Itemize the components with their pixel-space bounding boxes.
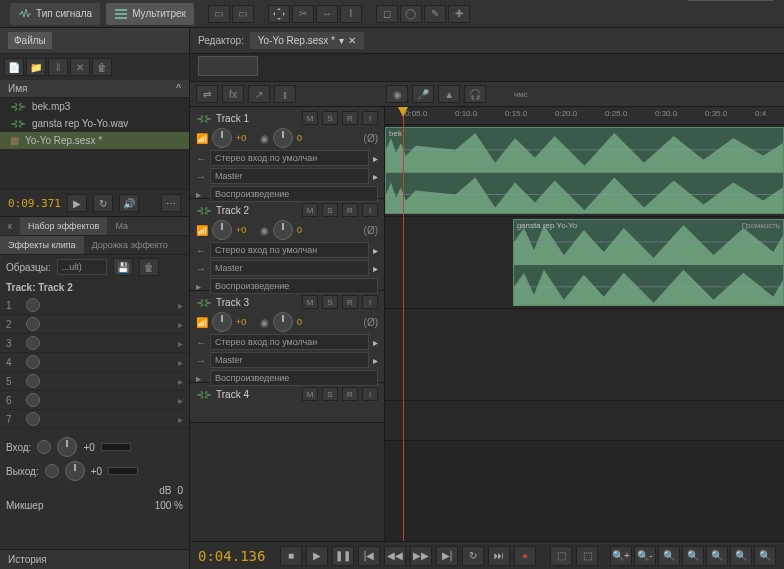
power-icon[interactable] <box>26 374 40 388</box>
output-knob[interactable] <box>65 461 85 481</box>
chevron-right-icon[interactable]: ▸ <box>373 355 378 366</box>
new-file-icon[interactable]: 📄 <box>4 58 24 76</box>
input-dropdown[interactable]: Стерео вход по умолчан <box>210 242 369 258</box>
pan-value[interactable]: 0 <box>297 225 317 235</box>
effects-tab-k[interactable]: к <box>0 217 20 235</box>
monitor-button[interactable]: I <box>362 111 378 125</box>
solo-button[interactable]: S <box>322 111 338 125</box>
track-lane[interactable]: bek <box>385 125 784 217</box>
chevron-right-icon[interactable]: ▸ <box>373 171 378 182</box>
pause-button[interactable]: ❚❚ <box>332 546 354 566</box>
shuffle-icon[interactable]: ⇄ <box>196 85 218 103</box>
zoom-reset-icon[interactable]: 🔍 <box>754 546 776 566</box>
zoom-out-icon[interactable]: 🔍- <box>634 546 656 566</box>
eq-icon[interactable]: ⫿ <box>274 85 296 103</box>
record-button[interactable]: R <box>342 203 358 217</box>
file-item[interactable]: ▦ Yo-Yo Rep.sesx * <box>0 132 189 149</box>
pan-value[interactable]: 0 <box>297 317 317 327</box>
playback-dropdown[interactable]: Воспроизведение <box>210 370 378 386</box>
ibeam-tool-icon[interactable]: I <box>340 5 362 23</box>
pan-value[interactable]: 0 <box>297 133 317 143</box>
overview-viewport[interactable] <box>198 56 258 76</box>
razor-tool-icon[interactable]: ✂ <box>292 5 314 23</box>
marquee-tool-icon[interactable]: ◻ <box>376 5 398 23</box>
audio-clip[interactable]: gansta rep Yo-Yo Громкость <box>513 219 784 306</box>
track-lane[interactable]: gansta rep Yo-Yo Громкость <box>385 217 784 309</box>
mute-button[interactable]: M <box>302 295 318 309</box>
mono-icon[interactable]: 🎤 <box>412 85 434 103</box>
track-lane[interactable] <box>385 309 784 401</box>
file-item[interactable]: ⊰⊱ gansta rep Yo-Yo.wav <box>0 115 189 132</box>
zoom-fit-icon[interactable]: 🔍 <box>658 546 680 566</box>
power-icon[interactable] <box>26 298 40 312</box>
zoom-in-icon[interactable]: 🔍+ <box>610 546 632 566</box>
volume-value[interactable]: +0 <box>236 225 256 235</box>
mute-button[interactable]: M <box>302 111 318 125</box>
close-tab-icon[interactable]: ✕ <box>348 35 356 46</box>
effect-slot[interactable]: 5▸ <box>0 372 189 391</box>
time-ruler[interactable]: 0:05.0 0:10.0 0:15.0 0:20.0 0:25.0 0:30.… <box>385 107 784 125</box>
playback-dropdown[interactable]: Воспроизведение <box>210 186 378 202</box>
track-name[interactable]: Track 2 <box>216 205 298 216</box>
tool-rect-icon[interactable]: ▭ <box>208 5 230 23</box>
preset-dropdown[interactable]: ...ult) <box>57 259 107 275</box>
output-dropdown[interactable]: Master <box>210 260 369 276</box>
effects-tab-ma[interactable]: Ма <box>107 217 136 235</box>
input-dropdown[interactable]: Стерео вход по умолчан <box>210 150 369 166</box>
effect-slot[interactable]: 4▸ <box>0 353 189 372</box>
fx-button[interactable]: fx <box>222 85 244 103</box>
phase-icon[interactable]: (Ø) <box>364 133 378 144</box>
chevron-right-icon[interactable]: ▸ <box>373 153 378 164</box>
effect-slot[interactable]: 3▸ <box>0 334 189 353</box>
record-button[interactable]: ● <box>514 546 536 566</box>
punch-out-icon[interactable]: ⬚ <box>576 546 598 566</box>
output-dropdown[interactable]: Master <box>210 352 369 368</box>
forward-button[interactable]: ▶▶ <box>410 546 432 566</box>
monitor-button[interactable]: I <box>362 387 378 401</box>
zoom-v-in-icon[interactable]: 🔍 <box>706 546 728 566</box>
volume-value[interactable]: +0 <box>236 133 256 143</box>
loop-button[interactable]: ↻ <box>93 194 113 212</box>
skip-button[interactable]: ⏭ <box>488 546 510 566</box>
send-icon[interactable]: ↗ <box>248 85 270 103</box>
input-dropdown[interactable]: Стерео вход по умолчан <box>210 334 369 350</box>
timeline[interactable]: 0:05.0 0:10.0 0:15.0 0:20.0 0:25.0 0:30.… <box>385 107 784 541</box>
pan-knob[interactable] <box>273 128 293 148</box>
effects-rack-tab[interactable]: Набор эффектов <box>20 217 107 235</box>
save-preset-icon[interactable]: 💾 <box>113 258 133 276</box>
chevron-right-icon[interactable]: ▸ <box>373 263 378 274</box>
slide-tool-icon[interactable]: ↔ <box>316 5 338 23</box>
brush-tool-icon[interactable]: ✎ <box>424 5 446 23</box>
track-name[interactable]: Track 3 <box>216 297 298 308</box>
goto-end-button[interactable]: ▶| <box>436 546 458 566</box>
overview-strip[interactable] <box>190 54 784 82</box>
trash-icon[interactable]: 🗑 <box>92 58 112 76</box>
heal-tool-icon[interactable]: ✚ <box>448 5 470 23</box>
play-button[interactable]: ▶ <box>67 194 87 212</box>
track-lane[interactable] <box>385 401 784 441</box>
mute-button[interactable]: M <box>302 387 318 401</box>
power-icon[interactable] <box>26 336 40 350</box>
tool-rect2-icon[interactable]: ▭ <box>232 5 254 23</box>
power-icon[interactable] <box>26 317 40 331</box>
power-icon[interactable] <box>26 355 40 369</box>
chevron-right-icon[interactable]: ▸ <box>373 337 378 348</box>
solo-button[interactable]: S <box>322 387 338 401</box>
track-effects-tab[interactable]: Дорожка эффекто <box>84 236 176 254</box>
punch-in-icon[interactable]: ⬚ <box>550 546 572 566</box>
metronome-icon[interactable]: ▲ <box>438 85 460 103</box>
goto-start-button[interactable]: |◀ <box>358 546 380 566</box>
power-icon[interactable] <box>26 412 40 426</box>
signal-type-tab[interactable]: Тип сигнала <box>10 3 100 25</box>
headphone-icon[interactable]: 🎧 <box>464 85 486 103</box>
power-icon[interactable] <box>45 464 59 478</box>
track-name[interactable]: Track 4 <box>216 389 298 400</box>
clip-effects-tab[interactable]: Эффекты клипа <box>0 236 84 254</box>
loop-button[interactable]: ↻ <box>462 546 484 566</box>
zoom-sel-icon[interactable]: 🔍 <box>682 546 704 566</box>
stop-button[interactable]: ■ <box>280 546 302 566</box>
record-button[interactable]: R <box>342 295 358 309</box>
power-icon[interactable] <box>26 393 40 407</box>
close-file-icon[interactable]: ✕ <box>70 58 90 76</box>
effect-slot[interactable]: 1▸ <box>0 296 189 315</box>
